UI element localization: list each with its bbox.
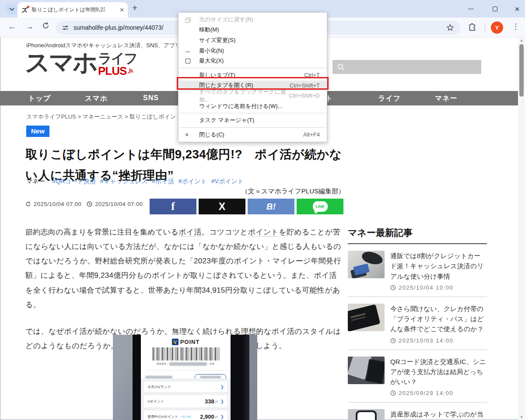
x-icon: X: [219, 201, 225, 213]
browser-menu-button[interactable]: ⋮: [512, 22, 519, 31]
restore-icon: [184, 17, 199, 23]
logo-sub-text: ライフ: [98, 52, 137, 65]
tag-link[interactable]: #ポイント: [178, 178, 207, 186]
article-body: 節約志向の高まりを背景に注目を集めているポイ活。コツコツとポイントを貯めることが…: [25, 225, 344, 353]
sidebar-article-title: 資産形成はネットで学ぶのが当たり前？投資家の6割が検索で情報収集: [390, 409, 487, 420]
menu-item-label: タスク マネージャ(T): [199, 116, 254, 124]
share-facebook-button[interactable]: f: [150, 199, 196, 214]
vpoint-value: 338: [205, 398, 214, 405]
menu-item-タスク マネージャ(T)[interactable]: タスク マネージャ(T): [178, 115, 327, 126]
share-line-button[interactable]: LINE: [297, 199, 343, 214]
inline-link[interactable]: ポイント: [248, 228, 279, 237]
site-logo[interactable]: スマホ ライフ PLUS: [25, 49, 137, 77]
chevron-right-icon: ❯: [220, 414, 224, 419]
tab-search-button[interactable]: [6, 4, 18, 14]
nav-item-ライフ[interactable]: ライフ: [378, 94, 401, 103]
browser-window: ズ 取りこぼしポイントは年間9,234億円 × + × ← → sumaholi…: [0, 0, 525, 420]
sidebar-article-item[interactable]: 資産形成はネットで学ぶのが当たり前？投資家の6割が検索で情報収集: [348, 402, 487, 420]
menu-icon-slot: [184, 117, 199, 123]
profile-avatar[interactable]: Y: [491, 21, 503, 34]
vpoint-row-label: 運用中のVポイント: [147, 414, 178, 419]
chevron-down-icon: [9, 7, 14, 11]
vpoint-logo-icon: V: [172, 339, 178, 345]
bookmark-star-button[interactable]: [446, 24, 454, 32]
text-segment: 節約志向の高まりを背景に注目を集めている: [25, 228, 178, 236]
share-x-button[interactable]: X: [199, 199, 245, 214]
barcode: [153, 347, 219, 360]
tag-link[interactable]: #ポイ活: [152, 178, 174, 186]
date-text: 2025/10/03 14:00: [399, 337, 453, 344]
sidebar-article-item[interactable]: 通販では8割がクレジットカード派！キャッシュレス決済のリアルな使い分け事情202…: [348, 244, 487, 297]
date-text: 2025/10/04 10:00: [399, 284, 453, 291]
menu-item-閉じる(C)[interactable]: ×閉じる(C)Alt+F4: [178, 130, 327, 140]
menu-separator: [179, 127, 326, 128]
sidebar-article-item[interactable]: 今さら聞けない、クレカ付帯の「プライオリティ・パス」はどんな条件でどこで使えるの…: [348, 297, 487, 350]
scroll-up-icon[interactable]: ▲: [518, 38, 525, 42]
logo-plus-text: PLUS: [98, 65, 126, 77]
sidebar-article-date: 2025/10/04 10:00: [390, 284, 487, 291]
menu-item-label: すべてのタブをブックマークに追加...: [199, 88, 289, 104]
vpoint-row-label: Vポイント: [147, 399, 164, 404]
nav-item-スマホ[interactable]: スマホ: [85, 94, 108, 103]
window-maximize-button[interactable]: [485, 0, 504, 18]
scroll-down-icon[interactable]: ▼: [518, 415, 525, 419]
update-icon: [25, 201, 31, 207]
share-hatena-button[interactable]: B!: [248, 199, 294, 214]
article-thumbnail: [348, 251, 385, 278]
menu-item-label: サイズ変更(S): [199, 36, 235, 44]
new-badge: New: [26, 126, 49, 137]
clock-icon: [390, 285, 396, 290]
minimize-icon: [184, 48, 199, 54]
sidebar-article-title: 通販では8割がクレジットカード派！キャッシュレス決済のリアルな使い分け事情: [390, 251, 487, 281]
search-icon: [337, 63, 345, 71]
tag-link[interactable]: #QRコード決済: [52, 178, 96, 186]
menu-item-最小化(N)[interactable]: 最小化(N): [178, 46, 327, 56]
forward-button[interactable]: →: [25, 22, 34, 31]
phone-screen: V POINT 6083- -09 今月のVランク❯Vポイント338pt❯運用中…: [141, 335, 231, 420]
menu-item-最大化(X)[interactable]: 最大化(X): [178, 56, 327, 66]
reload-button[interactable]: [42, 22, 49, 29]
menu-icon-slot: [184, 93, 199, 99]
menu-item-label: 閉じる(C): [199, 131, 224, 139]
site-settings-icon: [62, 24, 69, 31]
sidebar-article-title: 今さら聞けない、クレカ付帯の「プライオリティ・パス」はどんな条件でどこで使えるの…: [390, 304, 487, 334]
hatena-icon: B!: [266, 202, 276, 212]
article-dates: 2025/10/04 07:00 2025/10/04 07:00: [25, 201, 143, 207]
scrollbar-thumb[interactable]: [519, 44, 524, 97]
menu-item-サイズ変更(S)[interactable]: サイズ変更(S): [178, 35, 327, 46]
url-text: sumaholife-plus.jp/money/44073/: [74, 24, 163, 31]
browser-tab[interactable]: ズ 取りこぼしポイントは年間9,234億円 ×: [18, 2, 128, 18]
category-label[interactable]: マネー: [26, 178, 45, 186]
tab-close-icon[interactable]: ×: [120, 7, 124, 14]
clock-icon: [87, 201, 92, 207]
nav-item-SNS[interactable]: SNS: [143, 94, 159, 102]
site-search-input[interactable]: [332, 60, 481, 74]
extensions-button[interactable]: [467, 22, 477, 32]
chevron-right-icon: ❯: [220, 385, 224, 389]
window-minimize-button[interactable]: [461, 0, 480, 18]
back-button[interactable]: ←: [8, 22, 16, 31]
breadcrumb[interactable]: スマホライフPLUS > マネーニュース > 取りこぼしポイント: [26, 113, 182, 121]
site-favicon: ズ: [21, 7, 28, 13]
vpoint-rows: 今月のVランク❯Vポイント338pt❯運用中のVポイント+11.4%2,900p…: [141, 378, 231, 420]
page-scrollbar[interactable]: ▲ ▼: [518, 38, 525, 420]
minimize-icon: [468, 9, 473, 9]
window-close-button[interactable]: ×: [508, 0, 525, 18]
menu-item-移動(M)[interactable]: 移動(M): [178, 25, 327, 35]
vpoint-unit: pt: [215, 400, 218, 403]
sidebar-article-text: 今さら聞けない、クレカ付帯の「プライオリティ・パス」はどんな条件でどこで使えるの…: [390, 304, 487, 344]
new-tab-button[interactable]: +: [132, 3, 137, 12]
nav-item-マネー[interactable]: マネー: [435, 94, 458, 103]
chevron-right-icon: ❯: [220, 399, 224, 404]
menu-separator: [179, 113, 326, 113]
menu-shortcut: Alt+F4: [303, 131, 327, 138]
vpoint-change: +11.4%: [181, 415, 191, 418]
tag-link[interactable]: #Vポイント: [211, 178, 244, 186]
sidebar-article-item[interactable]: QRコード決済と交通系IC、シニアが使う支払方法は結局どっちがいい？2025/0…: [348, 350, 487, 403]
inline-link[interactable]: ポイ活: [178, 228, 202, 237]
nav-item-トップ[interactable]: トップ: [28, 94, 51, 103]
menu-item-ウィンドウに名前を付ける(W)...[interactable]: ウィンドウに名前を付ける(W)...: [178, 101, 327, 112]
sidebar-article-list: 通販では8割がクレジットカード派！キャッシュレス決済のリアルな使い分け事情202…: [348, 244, 487, 420]
tag-link[interactable]: #キャッシュレス: [100, 178, 147, 186]
sidebar-article-title: QRコード決済と交通系IC、シニアが使う支払方法は結局どっちがいい？: [390, 357, 487, 387]
